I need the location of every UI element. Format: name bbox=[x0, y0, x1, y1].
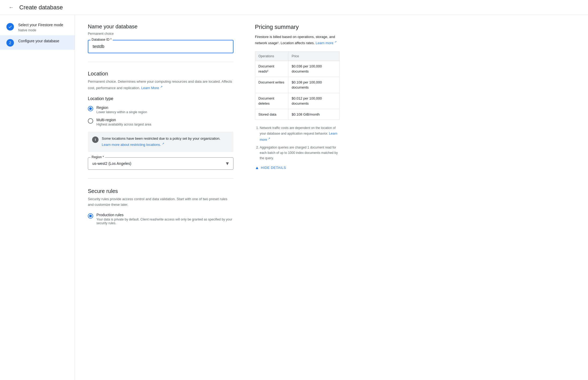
step1-icon bbox=[6, 23, 14, 31]
production-rules-radio-btn[interactable] bbox=[88, 213, 93, 219]
production-rules-label-content: Production rules Your data is private by… bbox=[96, 213, 233, 225]
table-header-operations: Operations bbox=[255, 51, 288, 61]
table-row: Document reads²$0.036 per 100,000 docume… bbox=[255, 61, 340, 77]
restricting-locations-link[interactable]: Learn more about restricting locations. … bbox=[102, 143, 164, 147]
multiregion-sublabel: Highest availability across largest area bbox=[96, 123, 151, 126]
region-label-text: Region bbox=[96, 105, 147, 110]
location-section: Location Permanent choice. Determines wh… bbox=[88, 71, 233, 170]
info-icon: i bbox=[92, 136, 99, 143]
location-title: Location bbox=[88, 71, 233, 77]
pricing-title: Pricing summary bbox=[255, 24, 340, 31]
external-link-icon: ↗ bbox=[160, 85, 163, 88]
production-rules-option[interactable]: Production rules Your data is private by… bbox=[88, 213, 233, 225]
table-header-price: Price bbox=[288, 51, 340, 61]
back-button[interactable]: ← bbox=[6, 3, 16, 12]
page-header: ← Create database bbox=[0, 0, 588, 15]
divider-2 bbox=[88, 178, 233, 178]
page-title: Create database bbox=[19, 4, 63, 11]
info-box-text: Some locations have been restricted due … bbox=[102, 136, 229, 148]
location-type-title: Location type bbox=[88, 96, 233, 101]
permanent-choice-label: Permanent choice bbox=[88, 32, 233, 36]
pricing-learn-more-link[interactable]: Learn more ↗ bbox=[316, 41, 337, 45]
secure-rules-section: Secure rules Security rules provide acce… bbox=[88, 188, 233, 225]
database-id-wrapper: Database ID * bbox=[88, 40, 233, 53]
step2-title: Configure your database bbox=[18, 39, 59, 44]
pricing-desc: Firestore is billed based on operations,… bbox=[255, 34, 340, 46]
step2-content: Configure your database bbox=[18, 39, 59, 44]
external-link-icon-3: ↗ bbox=[334, 40, 337, 43]
region-radio-btn[interactable] bbox=[88, 106, 93, 111]
name-section-title: Name your database bbox=[88, 24, 233, 30]
hide-details-button[interactable]: ▲ HIDE DETAILS bbox=[255, 165, 286, 170]
region-option[interactable]: Region Lower latency within a single reg… bbox=[88, 105, 233, 114]
table-row: Stored data$0.108 GiB/month bbox=[255, 109, 340, 120]
pricing-table: Operations Price Document reads²$0.036 p… bbox=[255, 51, 340, 120]
name-section: Name your database Permanent choice Data… bbox=[88, 24, 233, 53]
step1-content: Select your Firestore mode Native mode bbox=[18, 22, 63, 32]
hide-details-label: HIDE DETAILS bbox=[261, 166, 286, 170]
right-panel: Pricing summary Firestore is billed base… bbox=[246, 15, 348, 380]
step1-title: Select your Firestore mode bbox=[18, 22, 63, 28]
secure-rules-desc: Security rules provide access control an… bbox=[88, 196, 233, 208]
chevron-up-icon: ▲ bbox=[255, 165, 259, 170]
table-row: Document writes$0.108 per 100,000 docume… bbox=[255, 77, 340, 93]
info-box: i Some locations have been restricted du… bbox=[88, 132, 233, 152]
step2-icon: 2 bbox=[6, 39, 14, 47]
footnotes: Network traffic costs are dependent on t… bbox=[255, 125, 340, 161]
multiregion-label-content: Multi-region Highest availability across… bbox=[96, 118, 151, 126]
database-id-label: Database ID * bbox=[91, 38, 113, 41]
region-label-content: Region Lower latency within a single reg… bbox=[96, 105, 147, 114]
sidebar: Select your Firestore mode Native mode 2… bbox=[0, 15, 75, 380]
production-rules-label-text: Production rules bbox=[96, 213, 233, 217]
footnote-item: Aggregation queries are charged 1 docume… bbox=[260, 145, 340, 161]
location-desc: Permanent choice. Determines where your … bbox=[88, 79, 233, 91]
database-id-input[interactable] bbox=[88, 40, 233, 53]
production-rules-sublabel: Your data is private by default. Client … bbox=[96, 218, 233, 225]
content-area: Name your database Permanent choice Data… bbox=[75, 15, 246, 380]
table-row: Document deletes$0.012 per 100,000 docum… bbox=[255, 93, 340, 109]
divider-1 bbox=[88, 62, 233, 62]
region-select[interactable]: us-west2 (Los Angeles) us-east1 (South C… bbox=[88, 157, 233, 170]
main-layout: Select your Firestore mode Native mode 2… bbox=[0, 15, 588, 380]
location-learn-more-link[interactable]: Learn More ↗ bbox=[141, 86, 162, 90]
secure-rules-title: Secure rules bbox=[88, 188, 233, 194]
region-sublabel: Lower latency within a single region bbox=[96, 110, 147, 114]
external-link-icon-2: ↗ bbox=[162, 142, 164, 145]
step1-subtitle: Native mode bbox=[18, 28, 63, 32]
multiregion-label-text: Multi-region bbox=[96, 118, 151, 122]
region-select-wrapper: Region * us-west2 (Los Angeles) us-east1… bbox=[88, 157, 233, 170]
footnote-learn-more-link[interactable]: Learn more ↗ bbox=[260, 132, 337, 142]
multiregion-option[interactable]: Multi-region Highest availability across… bbox=[88, 118, 233, 126]
sidebar-item-step2[interactable]: 2 Configure your database bbox=[0, 35, 75, 50]
footnote-item: Network traffic costs are dependent on t… bbox=[260, 125, 340, 142]
sidebar-item-step1[interactable]: Select your Firestore mode Native mode bbox=[0, 19, 75, 35]
multiregion-radio-btn[interactable] bbox=[88, 118, 93, 124]
region-select-label: Region * bbox=[91, 155, 105, 159]
back-arrow-icon: ← bbox=[9, 4, 14, 10]
